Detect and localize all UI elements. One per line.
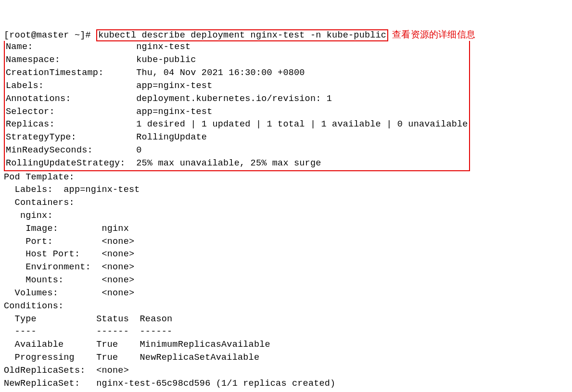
out-line-12: ---- ------ ------ (4, 327, 172, 337)
out-line-0: Pod Template: (4, 172, 75, 182)
out-line-10: Conditions: (4, 301, 64, 311)
out-line-6: Host Port: <none> (4, 249, 134, 259)
out-line-13: Available True MinimumReplicasAvailable (4, 340, 270, 350)
field-minreadyseconds: MinReadySeconds: 0 (6, 145, 142, 155)
field-selector: Selector: app=nginx-test (6, 107, 212, 117)
out-line-11: Type Status Reason (4, 314, 172, 324)
command-box: kubectl describe deployment nginx-test -… (96, 29, 388, 41)
field-rollingupdatestrategy: RollingUpdateStrategy: 25% max unavailab… (6, 158, 321, 168)
field-namespace: Namespace: kube-public (6, 55, 196, 65)
field-strategytype: StrategyType: RollingUpdate (6, 132, 207, 142)
annotation-label: 查看资源的详细信息 (392, 29, 475, 39)
out-line-7: Environment: <none> (4, 262, 134, 272)
out-line-5: Port: <none> (4, 237, 134, 247)
field-labels: Labels: app=nginx-test (6, 81, 212, 91)
field-creationtimestamp: CreationTimestamp: Thu, 04 Nov 2021 16:3… (6, 68, 305, 78)
out-line-3: nginx: (4, 211, 53, 221)
out-line-1: Labels: app=nginx-test (4, 185, 140, 195)
out-line-8: Mounts: <none> (4, 275, 134, 285)
out-line-2: Containers: (4, 198, 75, 208)
out-line-15: OldReplicaSets: <none> (4, 366, 129, 376)
terminal-output: [root@master ~]# kubectl describe deploy… (4, 28, 568, 392)
highlighted-output-box: Name: nginx-test Namespace: kube-public … (4, 41, 470, 171)
field-annotations: Annotations: deployment.kubernetes.io/re… (6, 94, 332, 104)
out-line-16: NewReplicaSet: nginx-test-65c98cd596 (1/… (4, 379, 335, 389)
out-line-9: Volumes: <none> (4, 288, 134, 298)
out-line-14: Progressing True NewReplicaSetAvailable (4, 353, 259, 363)
out-line-4: Image: nginx (4, 224, 129, 234)
field-name: Name: nginx-test (6, 42, 191, 52)
field-replicas: Replicas: 1 desired | 1 updated | 1 tota… (6, 119, 468, 129)
shell-prompt: [root@master ~]# (4, 30, 96, 40)
